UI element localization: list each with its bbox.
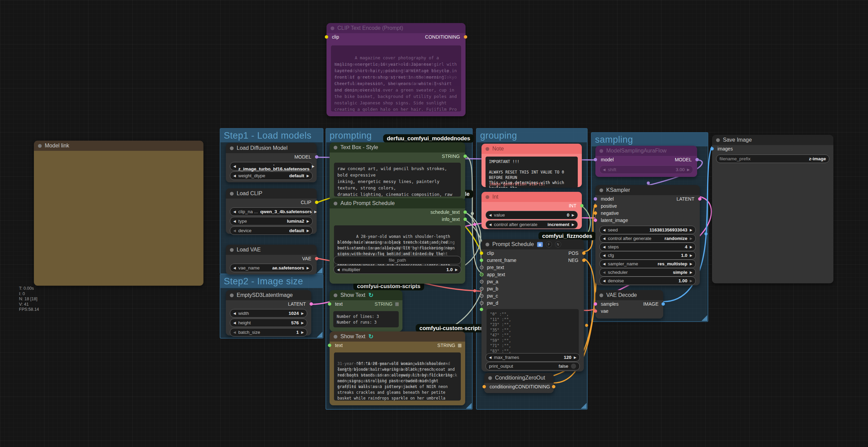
output-port-info-text[interactable] [463, 218, 467, 221]
collapse-dot-icon[interactable] [486, 147, 489, 151]
right-arrow-icon[interactable]: ▶ [690, 228, 692, 232]
collapse-dot-icon[interactable] [599, 188, 603, 192]
right-arrow-icon[interactable]: ▶ [455, 268, 458, 271]
right-arrow-icon[interactable]: ▶ [690, 253, 692, 257]
node-titlebar[interactable]: Auto Prompt Schedule [330, 198, 465, 208]
height-stepper[interactable]: ◀ height 576 ▶ [230, 319, 307, 327]
style-textarea[interactable]: raw concept art, wild pencil brush strok… [334, 163, 461, 197]
right-arrow-icon[interactable]: ▶ [301, 321, 304, 325]
ckpt-name-combo[interactable]: ◀ . z_image_turbo_bf16.safetensors ▶ [230, 162, 313, 170]
sampler-name-combo[interactable]: ◀ sampler_name res_multistep ▶ [599, 260, 696, 268]
left-arrow-icon[interactable]: ◀ [233, 311, 236, 315]
node-titlebar[interactable]: Note [481, 144, 582, 154]
input-port-pw-d[interactable] [480, 301, 484, 305]
shift-stepper[interactable]: ◀ shift 3.00 ▶ [599, 165, 693, 174]
node-auto-prompt-schedule[interactable]: Auto Prompt Schedule schedule_text info_… [330, 198, 465, 284]
right-arrow-icon[interactable]: ▶ [690, 262, 692, 266]
device-combo[interactable]: ◀ device default ▶ [230, 226, 313, 235]
output-port-pos[interactable] [582, 251, 586, 255]
input-port-pw-b[interactable] [480, 287, 484, 290]
keyframes-textarea[interactable]: "0" :"", "11" :"", "23" :"", "35" :"", "… [487, 309, 579, 357]
grid-handle-icon[interactable]: ▦ [458, 343, 462, 348]
right-arrow-icon[interactable]: ▶ [690, 237, 692, 240]
node-titlebar[interactable]: CLIP Text Encode (Prompt) [327, 23, 466, 33]
node-clip-text-encode[interactable]: CLIP Text Encode (Prompt) clip CONDITION… [327, 23, 466, 116]
input-port-pre-text[interactable] [480, 265, 484, 269]
node-ksampler[interactable]: KSampler model LATENT positive negative … [595, 185, 700, 285]
node-titlebar[interactable]: Int [481, 192, 582, 202]
control-after-generate-combo[interactable]: ◀ control after generate increment ▶ [486, 220, 578, 229]
output-port-latent[interactable] [310, 302, 313, 306]
value-stepper[interactable]: ◀ value 0 ▶ [486, 211, 578, 219]
type-combo[interactable]: ◀ type lumina2 ▶ [230, 217, 313, 225]
input-port-clip[interactable] [480, 251, 483, 255]
left-arrow-icon[interactable]: ◀ [489, 213, 492, 217]
control-after-generate-combo[interactable]: ◀ control after generate randomize ▶ [599, 234, 696, 243]
output-port-clip[interactable] [315, 201, 318, 204]
output-port-latent[interactable] [698, 197, 702, 201]
node-titlebar[interactable]: ConditioningZeroOut [484, 373, 554, 383]
batch-size-stepper[interactable]: ◀ batch_size 1 ▶ [230, 328, 307, 337]
input-port-app-text[interactable] [480, 272, 484, 276]
link-dot[interactable] [473, 223, 476, 226]
node-titlebar[interactable]: Load VAE [226, 245, 317, 255]
right-arrow-icon[interactable]: ▶ [690, 279, 692, 283]
show-text-output[interactable]: "0":"A 28-year-old woman with shoulder-l… [334, 352, 461, 401]
right-arrow-icon[interactable]: ▶ [687, 168, 690, 171]
node-empty-sd3-latent[interactable]: EmptySD3LatentImage LATENT ◀ width 1024 … [226, 290, 311, 336]
output-port-int[interactable] [580, 204, 584, 207]
seed-stepper[interactable]: ◀ seed 116381356933043 ▶ [599, 226, 696, 234]
scheduler-combo[interactable]: ◀ scheduler simple ▶ [599, 268, 696, 277]
right-arrow-icon[interactable]: ▶ [307, 266, 309, 270]
collapse-dot-icon[interactable] [331, 26, 334, 30]
input-port-pw-c[interactable] [480, 294, 484, 298]
node-titlebar[interactable]: Load CLIP [226, 188, 317, 199]
link-dot[interactable] [473, 289, 476, 292]
input-port-samples[interactable] [594, 302, 597, 306]
toggle-knob[interactable] [571, 363, 576, 369]
link-dot[interactable] [471, 212, 474, 215]
node-titlebar[interactable]: Prompt Schedule ▦ F N [481, 239, 584, 249]
link-dot[interactable] [585, 324, 588, 327]
collapse-dot-icon[interactable] [334, 293, 337, 297]
node-titlebar[interactable]: Save Image [712, 135, 833, 145]
output-port-vae[interactable] [315, 257, 318, 260]
show-text-output[interactable]: Number of lines: 3 Number of runs: 3 [333, 311, 399, 327]
collapse-dot-icon[interactable] [334, 335, 337, 339]
left-arrow-icon[interactable]: ◀ [233, 330, 236, 334]
steps-stepper[interactable]: ◀ steps 4 ▶ [599, 243, 696, 251]
right-arrow-icon[interactable]: ▶ [301, 311, 304, 315]
left-arrow-icon[interactable]: ◀ [489, 223, 492, 226]
prompt-textarea[interactable]: A magazine cover photography of a smilin… [331, 45, 461, 111]
node-prompt-schedule[interactable]: Prompt Schedule ▦ F N clip POS current_f… [481, 239, 584, 371]
node-titlebar[interactable]: Show Text↻ [330, 290, 402, 300]
link-dot[interactable] [647, 182, 650, 185]
output-port-neg[interactable] [582, 259, 586, 262]
collapse-dot-icon[interactable] [230, 293, 234, 297]
left-arrow-icon[interactable]: ◀ [233, 164, 236, 168]
left-arrow-icon[interactable]: ◀ [233, 210, 236, 214]
collapse-dot-icon[interactable] [599, 293, 603, 297]
left-arrow-icon[interactable]: ◀ [233, 321, 236, 325]
collapse-dot-icon[interactable] [230, 146, 234, 150]
right-arrow-icon[interactable]: ▶ [307, 219, 309, 223]
clip-name-combo[interactable]: ◀ clip_na ... qwen_3_4b.safetensors ▶ [230, 207, 313, 216]
output-port-string[interactable] [463, 155, 467, 158]
node-titlebar[interactable]: Text Box - Style [330, 142, 465, 153]
grid-handle-icon[interactable]: ▦ [395, 301, 399, 306]
node-note[interactable]: Note IMPORTANT !!! ALWAYS RESET THIS INT… [481, 144, 582, 187]
left-arrow-icon[interactable]: ◀ [337, 268, 340, 271]
output-port-image[interactable] [662, 302, 665, 306]
node-load-vae[interactable]: Load VAE VAE ◀ vae_name ae.safetensors ▶ [226, 245, 317, 275]
left-arrow-icon[interactable]: ◀ [603, 168, 606, 171]
cfg-stepper[interactable]: ◀ cfg 1.0 ▶ [599, 251, 696, 260]
left-arrow-icon[interactable]: ◀ [233, 219, 236, 223]
collapse-dot-icon[interactable] [230, 192, 234, 196]
left-arrow-icon[interactable]: ◀ [603, 262, 606, 266]
node-titlebar[interactable]: KSampler [595, 185, 700, 195]
input-port-text[interactable] [480, 308, 483, 311]
denoise-stepper[interactable]: ◀ denoise 1.00 ▶ [599, 277, 696, 285]
right-arrow-icon[interactable]: ▶ [301, 330, 304, 334]
left-arrow-icon[interactable]: ◀ [603, 245, 606, 249]
node-show-text-1[interactable]: Show Text↻ text STRING ▦ Number of lines… [330, 290, 402, 331]
